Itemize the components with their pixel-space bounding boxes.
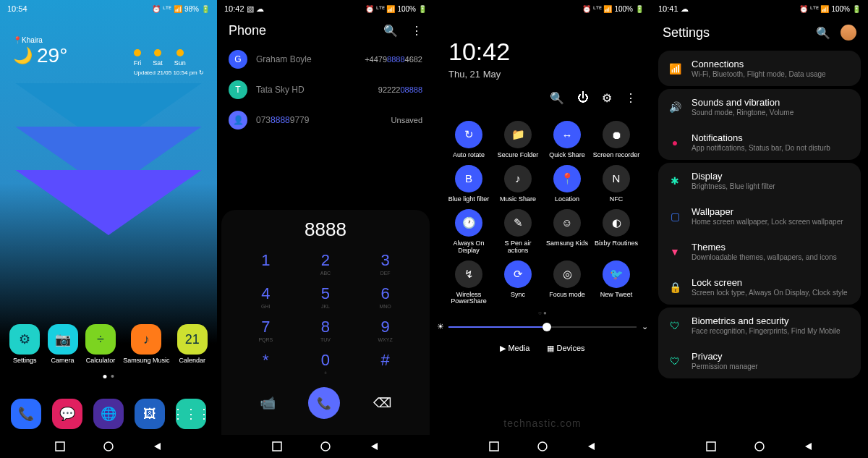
contact-row[interactable]: 👤07388889779Unsaved [217, 105, 434, 135]
forecast-widget[interactable]: FriSatSun Updated 21/05 10:54 pm ↻ [134, 49, 204, 76]
key-4[interactable]: 4GHI [240, 284, 291, 309]
settings-icon: ▼ [668, 246, 681, 258]
home-icon[interactable] [320, 441, 331, 451]
back-icon[interactable] [152, 441, 162, 451]
settings-item-display[interactable]: ✱DisplayBrightness, Blue light filter [658, 163, 861, 198]
tile-sync[interactable]: ⟳Sync [493, 260, 542, 306]
tile-music-share[interactable]: ♪Music Share [493, 165, 542, 203]
settings-item-sounds-and-vibration[interactable]: 🔊Sounds and vibrationSound mode, Rington… [658, 89, 861, 124]
settings-item-themes[interactable]: ▼ThemesDownloadable themes, wallpapers, … [658, 234, 861, 269]
tile-quick-share[interactable]: ↔Quick Share [542, 121, 592, 159]
dock-app[interactable]: 💬 [52, 399, 82, 429]
weather-widget[interactable]: 📍Khaira 🌙 29° [13, 36, 67, 67]
settings-list: 📶ConnectionsWi-Fi, Bluetooth, Flight mod… [651, 51, 868, 378]
call-button[interactable]: 📞 [308, 387, 340, 419]
search-icon[interactable]: 🔍 [383, 24, 398, 38]
tile-auto-rotate[interactable]: ↻Auto rotate [444, 121, 493, 159]
tile-wireless-powershare[interactable]: ↯Wireless PowerShare [444, 260, 493, 306]
recents-icon[interactable] [272, 441, 282, 451]
contacts-list: GGraham Boyle+447988884682TTata Sky HD92… [217, 44, 434, 135]
tile-nfc[interactable]: NNFC [592, 165, 641, 203]
back-icon[interactable] [369, 441, 379, 451]
nav-bar [217, 435, 434, 458]
nav-bar [651, 435, 868, 458]
updated-label: Updated 21/05 10:54 pm ↻ [134, 69, 204, 76]
settings-item-lock-screen[interactable]: 🔒Lock screenScreen lock type, Always On … [658, 269, 861, 305]
key-#[interactable]: # [360, 351, 411, 376]
key-9[interactable]: 9WXYZ [360, 318, 411, 342]
svg-rect-3 [56, 442, 64, 451]
key-2[interactable]: 2ABC [300, 251, 351, 276]
settings-icon: ● [668, 137, 681, 148]
tile-new-tweet[interactable]: 🐦New Tweet [592, 260, 641, 306]
tile-secure-folder[interactable]: 📁Secure Folder [493, 121, 542, 159]
app-icon-calculator[interactable]: ÷Calculator [85, 324, 116, 364]
recents-icon[interactable] [55, 441, 65, 451]
page-dots [103, 375, 114, 378]
dock-app[interactable]: ⋮⋮⋮ [176, 399, 206, 429]
home-icon[interactable] [103, 441, 114, 451]
svg-rect-9 [490, 442, 498, 451]
settings-item-wallpaper[interactable]: ▢WallpaperHome screen wallpaper, Lock sc… [658, 198, 861, 234]
gear-icon[interactable]: ⚙ [602, 91, 612, 105]
tile-location[interactable]: 📍Location [542, 165, 592, 203]
key-3[interactable]: 3DEF [360, 251, 411, 276]
dock-app[interactable]: 🖼 [135, 399, 165, 429]
sun-icon [154, 49, 161, 56]
more-icon[interactable]: ⋮ [625, 91, 637, 105]
contact-row[interactable]: GGraham Boyle+447988884682 [217, 44, 434, 75]
settings-item-biometrics-and-security[interactable]: 🛡Biometrics and securityFace recognition… [658, 308, 861, 343]
search-icon[interactable]: 🔍 [816, 26, 830, 40]
home-screen: 10:54 ⏰ ᴸᵀᴱ 📶 98%🔋 📍Khaira 🌙 29° FriSatS… [0, 0, 217, 458]
key-8[interactable]: 8TUV [300, 318, 351, 342]
dock-app[interactable]: 📞 [11, 399, 41, 429]
video-call-icon[interactable]: 📹 [260, 395, 276, 411]
key-0[interactable]: 0+ [300, 351, 351, 376]
app-icon-camera[interactable]: 📷Camera [48, 324, 78, 364]
profile-avatar[interactable] [841, 25, 856, 41]
search-icon[interactable]: 🔍 [550, 91, 564, 105]
settings-icon: 🛡 [668, 320, 681, 331]
home-icon[interactable] [537, 441, 548, 451]
key-7[interactable]: 7PQRS [240, 318, 291, 342]
brightness-slider[interactable]: ☀ ⌄ [448, 326, 637, 328]
phone-header: Phone 🔍 ⋮ [217, 17, 434, 44]
home-icon[interactable] [754, 441, 765, 451]
app-icon-calendar[interactable]: 21Calendar [177, 324, 208, 364]
back-icon[interactable] [803, 441, 813, 451]
dock-app[interactable]: 🌐 [93, 399, 124, 429]
power-icon[interactable]: ⏻ [577, 91, 589, 105]
settings-icon: 🔒 [668, 281, 681, 293]
devices-button[interactable]: ▦ Devices [547, 344, 584, 353]
settings-item-privacy[interactable]: 🛡PrivacyPermission manager [658, 343, 861, 378]
tile-bixby-routines[interactable]: ◐Bixby Routines [592, 209, 641, 255]
tile-focus-mode[interactable]: ◎Focus mode [542, 260, 592, 306]
key-1[interactable]: 1 [240, 251, 291, 276]
media-button[interactable]: ▶ Media [500, 344, 529, 353]
tile-blue-light-filter[interactable]: BBlue light filter [444, 165, 493, 203]
key-6[interactable]: 6MNO [360, 284, 411, 309]
contact-row[interactable]: TTata Sky HD9222208888 [217, 75, 434, 105]
app-icon-settings[interactable]: ⚙Settings [9, 324, 40, 364]
settings-icon: ▢ [668, 211, 681, 222]
more-icon[interactable]: ⋮ [411, 24, 422, 38]
settings-icon: ✱ [668, 175, 681, 187]
sun-icon [176, 49, 184, 56]
tile-samsung-kids[interactable]: ☺Samsung Kids [542, 209, 592, 255]
panel-actions: 🔍 ⏻ ⚙ ⋮ [434, 80, 651, 116]
tile-screen-recorder[interactable]: ⏺Screen recorder [592, 121, 641, 159]
tile-always-on-display[interactable]: 🕐Always On Display [444, 209, 493, 255]
settings-item-notifications[interactable]: ●NotificationsApp notifications, Status … [658, 124, 861, 160]
back-icon[interactable] [586, 441, 596, 451]
key-5[interactable]: 5JKL [300, 284, 351, 309]
status-bar: 10:54 ⏰ ᴸᵀᴱ 📶 98%🔋 [0, 0, 217, 17]
settings-item-connections[interactable]: 📶ConnectionsWi-Fi, Bluetooth, Flight mod… [658, 51, 861, 86]
backspace-icon[interactable]: ⌫ [373, 395, 391, 411]
recents-icon[interactable] [489, 441, 499, 451]
key-*[interactable]: * [240, 351, 291, 376]
tile-s-pen-air-actions[interactable]: ✎S Pen air actions [493, 209, 542, 255]
recents-icon[interactable] [706, 441, 716, 451]
settings-header: Settings 🔍 [651, 17, 868, 48]
svg-rect-12 [707, 442, 715, 451]
app-icon-samsung-music[interactable]: ♪Samsung Music [123, 324, 169, 364]
